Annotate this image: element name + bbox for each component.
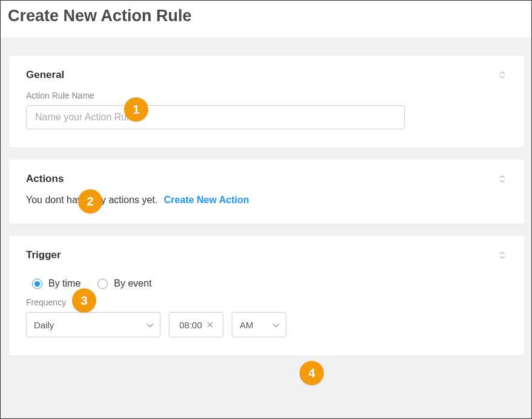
radio-by-time-label: By time [48,278,80,289]
collapse-icon[interactable] [498,174,507,184]
collapse-icon[interactable] [498,250,507,260]
radio-by-event[interactable]: By event [97,278,151,289]
time-input[interactable]: 08:00 [169,312,223,337]
ampm-value: AM [240,320,254,330]
annotation-badge-2: 2 [78,189,102,213]
trigger-title: Trigger [26,249,61,261]
radio-by-event-label: By event [114,278,151,289]
frequency-row: Daily 08:00 AM [26,312,507,337]
content-area: General Action Rule Name Actions Yo [1,37,532,419]
chevron-down-icon [146,320,154,330]
time-value: 08:00 [179,320,202,330]
annotation-badge-4: 4 [300,361,324,385]
annotation-badge-3: 3 [72,288,96,313]
general-card: General Action Rule Name [9,56,524,148]
ampm-select[interactable]: AM [232,312,286,337]
collapse-icon[interactable] [498,70,507,80]
chevron-down-icon [272,320,280,330]
actions-title: Actions [26,173,64,185]
frequency-value: Daily [34,320,54,330]
radio-icon [97,279,108,289]
action-rule-name-label: Action Rule Name [26,91,507,100]
trigger-mode-row: By time By event [26,278,507,289]
page-header: Create New Action Rule [1,1,532,37]
radio-by-time[interactable]: By time [32,278,80,289]
frequency-label: Frequency [26,297,507,307]
frequency-select[interactable]: Daily [26,312,160,337]
general-title: General [26,69,64,81]
create-new-action-link[interactable]: Create New Action [164,195,249,205]
action-rule-name-input[interactable] [26,105,405,129]
radio-icon [32,279,42,289]
page-title: Create New Action Rule [8,7,525,25]
clear-icon[interactable] [207,320,213,330]
annotation-badge-1: 1 [124,97,148,122]
